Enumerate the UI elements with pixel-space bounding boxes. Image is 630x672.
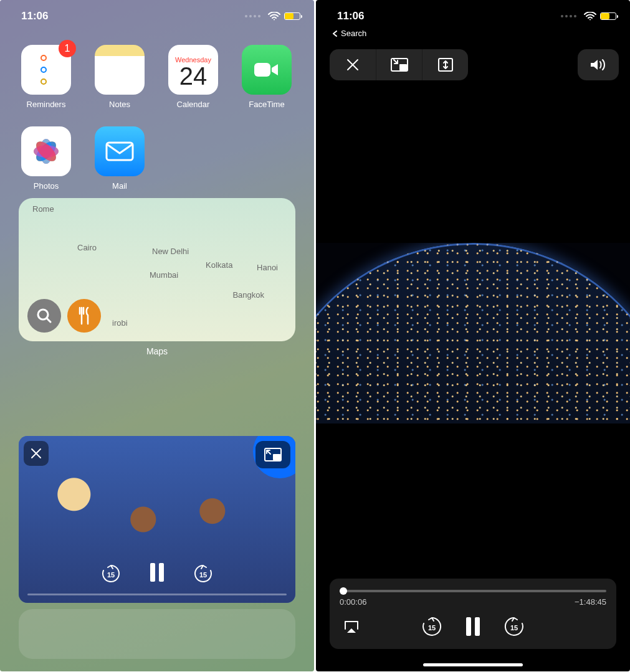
pip-exit-button[interactable]: [255, 441, 290, 468]
battery-icon: [284, 12, 300, 20]
skip-back-15-button[interactable]: 15: [100, 563, 122, 587]
svg-rect-18: [466, 617, 471, 636]
close-player-button[interactable]: [330, 49, 376, 80]
wifi-icon: [268, 12, 280, 21]
enter-pip-button[interactable]: [376, 49, 422, 80]
player-top-bar: [316, 42, 630, 80]
progress-track[interactable]: [340, 590, 606, 592]
app-notes[interactable]: Notes: [92, 45, 147, 109]
siri-suggestions-box[interactable]: [19, 609, 295, 659]
svg-rect-9: [107, 143, 133, 160]
app-label: Mail: [112, 181, 127, 191]
pip-player[interactable]: 15 15: [19, 436, 295, 603]
earth-visual: [316, 243, 630, 424]
back-to-search[interactable]: Search: [316, 29, 630, 42]
aspect-toggle-button[interactable]: [422, 49, 468, 80]
map-city-label: Rome: [32, 204, 54, 214]
app-label: FaceTime: [249, 100, 284, 109]
map-city-label: irobi: [112, 318, 128, 328]
app-label: Calendar: [177, 100, 210, 109]
calendar-day: 24: [179, 64, 208, 88]
app-label: Photos: [34, 181, 59, 191]
back-label: Search: [341, 29, 366, 38]
wifi-icon: [584, 12, 596, 21]
status-icons: [561, 12, 616, 21]
app-photos[interactable]: Photos: [19, 126, 74, 191]
map-city-label: Bangkok: [232, 290, 264, 300]
battery-icon: [600, 12, 616, 20]
player-bottom-panel: 0:00:06 −1:48:45 15 15: [330, 579, 616, 649]
app-mail[interactable]: Mail: [92, 126, 147, 191]
time-remaining: −1:48:45: [575, 597, 606, 607]
map-city-label: Kolkata: [206, 260, 232, 270]
signal-dots-icon: [561, 15, 576, 17]
svg-rect-16: [399, 64, 407, 70]
svg-rect-14: [159, 563, 164, 582]
map-city-label: New Delhi: [152, 247, 189, 256]
home-indicator[interactable]: [423, 663, 523, 666]
video-content[interactable]: [316, 243, 630, 424]
pip-close-button[interactable]: [24, 441, 49, 466]
skip-fwd-15-button[interactable]: 15: [193, 563, 214, 587]
app-label: Reminders: [27, 100, 66, 109]
status-time: 11:06: [21, 10, 48, 22]
pause-button[interactable]: [149, 563, 165, 587]
app-facetime[interactable]: FaceTime: [239, 45, 294, 109]
pip-controls: 15 15: [19, 563, 295, 587]
player-top-group: [330, 49, 468, 80]
home-screen-phone: 11:06 1 Reminders Notes: [0, 0, 314, 671]
signal-dots-icon: [245, 15, 260, 17]
app-calendar[interactable]: Wednesday 24 Calendar: [166, 45, 221, 109]
map-city-label: Hanoi: [257, 263, 278, 272]
airplay-button[interactable]: [343, 620, 360, 636]
map-city-label: Cairo: [77, 243, 97, 252]
status-icons: [245, 12, 300, 21]
maps-widget[interactable]: Rome Cairo New Delhi Mumbai Kolkata Hano…: [19, 198, 295, 341]
status-time: 11:06: [337, 10, 364, 22]
svg-rect-19: [475, 617, 480, 636]
time-elapsed: 0:00:06: [340, 597, 366, 607]
app-reminders[interactable]: 1 Reminders: [19, 45, 74, 109]
pip-progress-track[interactable]: [27, 594, 287, 595]
maps-food-button[interactable]: [67, 299, 101, 333]
svg-rect-12: [273, 454, 280, 460]
volume-button[interactable]: [578, 49, 619, 80]
status-bar: 11:06: [0, 0, 314, 29]
maps-search-button[interactable]: [27, 299, 61, 333]
pause-button[interactable]: [465, 617, 480, 638]
badge: 1: [59, 40, 76, 57]
skip-back-15-button[interactable]: 15: [421, 615, 443, 640]
map-city-label: Mumbai: [150, 270, 178, 280]
svg-rect-13: [150, 563, 155, 582]
maps-caption: Maps: [0, 346, 314, 356]
status-bar: 11:06: [316, 0, 630, 29]
skip-fwd-15-button[interactable]: 15: [503, 615, 525, 640]
svg-rect-0: [254, 63, 270, 77]
chevron-left-icon: [332, 31, 338, 37]
app-label: Notes: [109, 100, 130, 109]
app-grid: 1 Reminders Notes Wednesday 24 Calendar …: [0, 29, 314, 191]
progress-thumb[interactable]: [340, 587, 347, 595]
video-player-phone: 11:06 Search: [316, 0, 630, 671]
